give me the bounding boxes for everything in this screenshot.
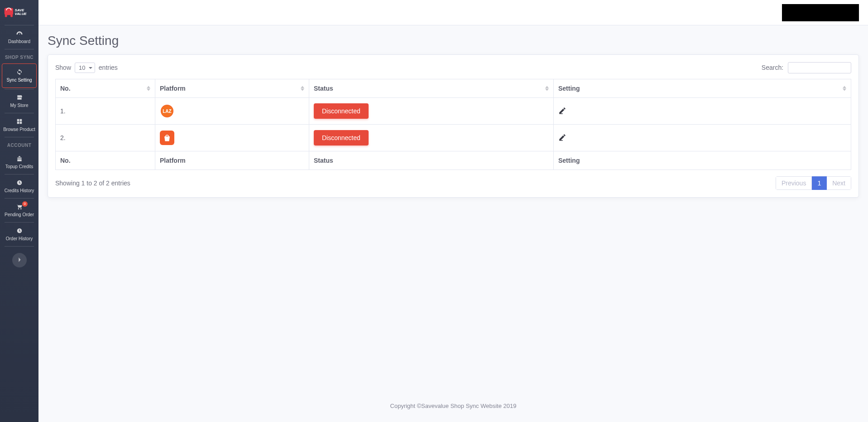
cell-status: Disconnected [309,98,554,125]
datatable-bottom: Showing 1 to 2 of 2 entries Previous 1 N… [55,176,851,190]
pending-order-badge: 0 [22,201,28,207]
svg-rect-0 [4,8,13,15]
main-content: Sync Setting Show 10 entries Search: [38,0,868,422]
clock-icon [16,227,23,234]
sort-icon [301,86,304,91]
lazada-icon: LAZ [160,104,174,118]
sidebar-item-pending-order[interactable]: 0 Pending Order [0,199,38,222]
sort-icon [147,86,150,91]
credits-icon [16,155,23,162]
col-footer-setting: Setting [554,151,851,170]
col-header-status[interactable]: Status [309,79,554,98]
length-select[interactable]: 10 [75,63,95,73]
sidebar-item-order-history[interactable]: Order History [0,223,38,246]
col-footer-status: Status [309,151,554,170]
page-content: Sync Setting Show 10 entries Search: [38,25,868,393]
svg-point-2 [10,15,12,17]
svg-point-6 [18,208,19,209]
sidebar: SAVE VALUE Dashboard SHOP SYNC Sync Sett… [0,0,38,422]
sidebar-item-sync-setting[interactable]: Sync Setting [2,63,37,88]
status-badge-disconnected[interactable]: Disconnected [314,130,369,146]
sidebar-item-label: Order History [6,236,33,242]
length-suffix: entries [99,64,118,71]
shopee-icon [160,131,174,145]
datatable-info: Showing 1 to 2 of 2 entries [55,179,130,187]
datatable-controls: Show 10 entries Search: [55,62,851,73]
edit-setting-button[interactable] [558,107,566,115]
col-header-label: Setting [558,85,580,92]
svg-text:VALUE: VALUE [14,12,27,16]
cell-setting [554,98,851,125]
sidebar-item-label: Sync Setting [6,78,32,83]
sidebar-item-label: My Store [10,103,28,108]
length-prefix: Show [55,64,71,71]
topbar [38,0,868,25]
pagination-previous[interactable]: Previous [776,176,812,190]
col-header-platform[interactable]: Platform [155,79,309,98]
topbar-user-area[interactable] [782,4,859,21]
footer-text: Copyright ©Savevalue Shop Sync Website 2… [390,403,517,409]
edit-icon [558,107,566,115]
col-header-setting[interactable]: Setting [554,79,851,98]
sidebar-item-label: Topup Credits [5,164,34,170]
cell-no: 1. [56,98,155,125]
col-footer-platform: Platform [155,151,309,170]
sidebar-item-topup-credits[interactable]: Topup Credits [0,150,38,174]
search-input[interactable] [788,62,851,73]
sidebar-item-dashboard[interactable]: Dashboard [0,25,38,49]
edit-setting-button[interactable] [558,133,566,141]
sort-icon [545,86,549,91]
cell-status: Disconnected [309,125,554,151]
col-header-label: Status [314,85,333,92]
sync-icon [16,68,23,76]
col-header-no[interactable]: No. [56,79,155,98]
sidebar-item-browse-product[interactable]: Browse Product [0,113,38,137]
sync-table: No. Platform Status Setting [55,79,851,170]
datatable-length: Show 10 entries [55,63,118,73]
pagination-page-1[interactable]: 1 [812,176,827,190]
platform-icon-text: LAZ [163,109,171,114]
sidebar-item-label: Browse Product [3,127,35,132]
sidebar-item-label: Dashboard [8,39,30,44]
chevron-right-icon [18,257,21,263]
col-header-label: No. [60,85,71,92]
datatable-search: Search: [762,62,851,73]
table-row: 2. Disconnected [56,125,851,151]
svg-text:SAVE: SAVE [14,8,24,12]
sidebar-item-label: Credits History [5,188,34,194]
sidebar-item-my-store[interactable]: My Store [0,89,38,113]
cell-platform [155,125,309,151]
cell-no: 2. [56,125,155,151]
search-label: Search: [762,64,783,71]
cell-setting [554,125,851,151]
clock-icon [16,179,23,186]
dashboard-icon [16,30,23,37]
cell-platform: LAZ [155,98,309,125]
col-header-label: Platform [160,85,186,92]
sync-setting-card: Show 10 entries Search: [48,54,859,198]
sort-icon [843,86,846,91]
sidebar-heading-account: ACCOUNT [0,137,38,150]
col-footer-no: No. [56,151,155,170]
brand-logo[interactable]: SAVE VALUE [0,0,38,25]
sidebar-collapse-button[interactable] [12,253,27,267]
svg-point-7 [20,208,22,209]
sidebar-item-label: Pending Order [5,212,34,218]
page-title: Sync Setting [48,34,859,48]
sidebar-heading-shop-sync: SHOP SYNC [0,49,38,63]
store-icon [16,94,23,101]
pagination: Previous 1 Next [776,176,851,190]
table-row: 1. LAZ Disconnected [56,98,851,125]
status-badge-disconnected[interactable]: Disconnected [314,103,369,119]
footer: Copyright ©Savevalue Shop Sync Website 2… [38,393,868,422]
pagination-next[interactable]: Next [827,176,851,190]
sidebar-item-credits-history[interactable]: Credits History [0,175,38,198]
grid-icon [16,118,23,125]
svg-point-1 [5,15,7,17]
save-value-logo-icon: SAVE VALUE [4,5,35,21]
edit-icon [558,133,566,141]
